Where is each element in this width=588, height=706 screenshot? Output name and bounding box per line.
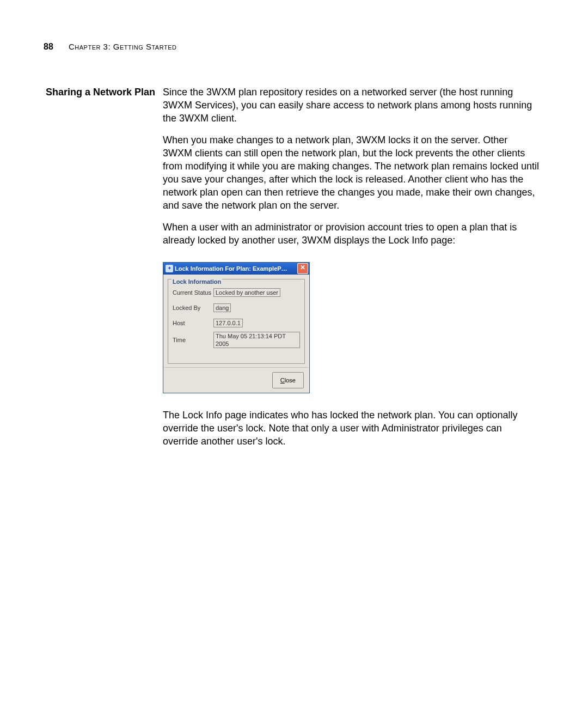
section-heading: Sharing a Network Plan [44, 86, 163, 99]
close-icon[interactable]: ✕ [297, 263, 308, 274]
row-host: Host 127.0.0.1 [173, 317, 300, 330]
paragraph-1: Since the 3WXM plan repository resides o… [163, 86, 539, 125]
value-locked-by: dang [213, 303, 231, 312]
label-time: Time [173, 333, 213, 346]
lock-info-dialog: ✦ Lock Information For Plan: ExampleP… ✕… [163, 262, 310, 393]
paragraph-3: When a user with an administrator or pro… [163, 221, 539, 247]
page: 88 Chapter 3: Getting Started Sharing a … [0, 0, 588, 457]
value-host: 127.0.0.1 [213, 319, 243, 327]
groupbox-title: Lock Information [171, 275, 222, 288]
chapter-label: Chapter 3: Getting Started [69, 42, 176, 51]
dialog-footer: Close [163, 368, 309, 393]
app-icon: ✦ [166, 265, 173, 272]
label-locked-by: Locked By [173, 301, 213, 314]
row-time: Time Thu May 05 21:13:14 PDT 2005 [173, 332, 300, 348]
body-column: Since the 3WXM plan repository resides o… [163, 86, 539, 457]
content-row: Sharing a Network Plan Since the 3WXM pl… [44, 86, 539, 457]
page-number: 88 [44, 42, 53, 51]
dialog-body: Lock Information Current Status Locked b… [163, 275, 309, 367]
dialog-title: Lock Information For Plan: ExampleP… [175, 262, 297, 275]
dialog-titlebar: ✦ Lock Information For Plan: ExampleP… ✕ [163, 263, 309, 275]
close-button[interactable]: Close [272, 372, 304, 388]
value-current-status: Locked by another user [213, 288, 280, 297]
paragraph-4: The Lock Info page indicates who has loc… [163, 409, 539, 448]
paragraph-2: When you make changes to a network plan,… [163, 133, 539, 212]
row-locked-by: Locked By dang [173, 301, 300, 314]
value-time: Thu May 05 21:13:14 PDT 2005 [213, 332, 300, 348]
page-header: 88 Chapter 3: Getting Started [44, 42, 539, 52]
lock-information-groupbox: Lock Information Current Status Locked b… [168, 279, 305, 364]
label-host: Host [173, 317, 213, 330]
